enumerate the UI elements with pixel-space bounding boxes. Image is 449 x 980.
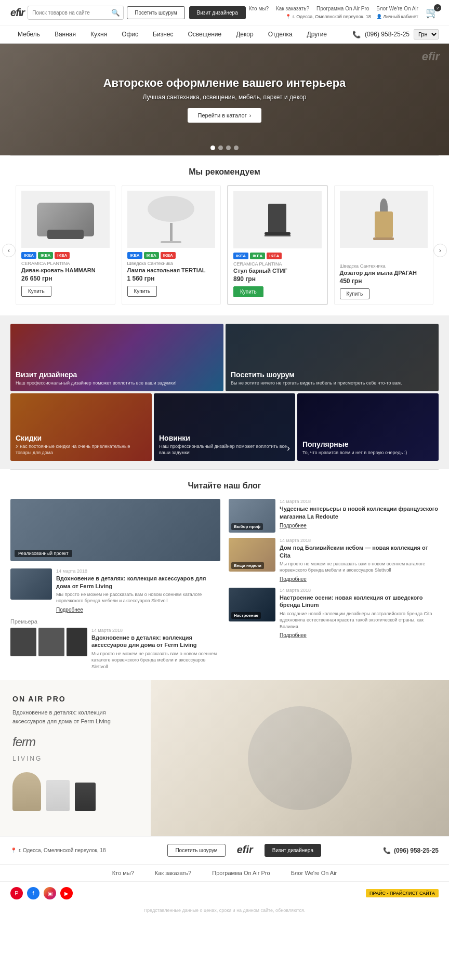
promo-content-new: Новинки Наш профессиональный дизайнер по… [154,393,295,461]
youtube-icon[interactable]: ▶ [60,887,73,899]
footer-designer-btn[interactable]: Визит дизайнера [265,844,321,857]
logo[interactable]: efir [10,7,24,19]
nav-phone-area: 📞 (096) 958-25-25 Грн [352,29,439,39]
hero-dot-2[interactable] [218,145,223,150]
blog-left-col: Реализованный проект 14 марта 2018 Вдохн… [10,499,220,670]
catalog-btn[interactable]: Перейти в каталог › [188,108,262,123]
footer-nav: Кто мы? Как заказать? Программа On Air P… [0,864,449,881]
pinterest-icon[interactable]: P [10,887,23,899]
product-card-2: IKEA IKEA IKEA Шведска Сантехника Лампа … [122,185,221,305]
blog-date-1: 14 марта 2018 [56,568,220,574]
facebook-icon[interactable]: f [27,887,39,899]
nav-item-lighting[interactable]: Освещение [180,25,229,43]
blog-link-1[interactable]: Подробнее [56,607,83,613]
buy-btn-3-green[interactable]: Купить [233,286,263,297]
nav-item-business[interactable]: Бизнес [146,25,180,43]
nav-item-decor[interactable]: Декор [229,25,261,43]
promo-card-new[interactable]: Новинки Наш профессиональный дизайнер по… [154,393,295,461]
hero-dot-3[interactable] [226,145,231,150]
onair-subtitle: Вдохновение в деталях: коллекция аксессу… [12,708,138,725]
blog-excerpt-3: Мы просто не можем не рассказать вам о н… [280,561,439,574]
logo-prefix: e [10,7,16,18]
blog-date-3: 14 марта 2018 [280,538,439,543]
instagram-icon[interactable]: ▣ [44,887,56,899]
buy-btn-2[interactable]: Купить [127,286,157,297]
footer-showroom-btn[interactable]: Посетить шоурум [167,844,225,857]
blog-date-5: 14 марта 2018 [91,628,220,633]
product-price-3: 890 грн [233,275,322,283]
visit-showroom-btn[interactable]: Посетить шоурум [127,6,184,19]
nav-phone: (096) 958-25-25 [365,31,410,38]
hero-dot-1[interactable] [210,145,215,150]
nav-item-bathroom[interactable]: Ванная [47,25,83,43]
divider-1 [10,155,439,156]
who-we-link[interactable]: Кто мы? [249,4,269,13]
blog-thumb-5 [10,628,87,656]
hero-dot-4[interactable] [234,145,239,150]
promo-card-sale[interactable]: Скидки У нас постоянные скидки на очень … [10,393,152,461]
header-action-btns: Посетить шоурум Визит дизайнера [127,6,245,19]
product-name-1: Диван-кровать HAMMARN [21,267,110,273]
blog-info-5: 14 марта 2018 Вдохновение в деталях: кол… [91,628,220,670]
footer-nav-how[interactable]: Как заказать? [155,870,191,876]
next-arrow[interactable]: › [433,244,447,257]
promo-content-designer: Визит дизайнера Наш профессиональный диз… [10,324,223,391]
hero-content: Авторское оформление вашего интерьера Лу… [103,76,346,123]
blog-right-item-3: Вещи недели 14 марта 2018 Дом под Боливи… [229,538,439,582]
cart[interactable]: 🛒 2 [426,6,439,19]
recommendations-section: ‹ IKEA IKEA IKEA CERAMICA PLANTINA Диван… [0,185,449,315]
product-price-2: 1 560 грн [127,275,216,282]
promo-card-popular[interactable]: Популярные То, что нравится всем и нет в… [297,393,439,461]
program-link[interactable]: Программа On Air Pro [316,4,369,13]
promo-card-showroom[interactable]: Посетить шоурум Вы не хотите ничего не т… [226,324,439,391]
product-image-1 [21,191,110,248]
visit-designer-btn[interactable]: Визит дизайнера [189,6,246,19]
hero-dots [210,145,239,150]
blog-date-4: 14 марта 2018 [280,588,439,593]
promo-content-sale: Скидки У нас постоянные скидки на очень … [10,393,152,461]
footer-logo[interactable]: efir [230,844,260,857]
footer-nav-blog[interactable]: Блог We're On Air [291,870,337,876]
main-nav: Мебель Ванная Кухня Офис Бизнес Освещени… [0,25,449,44]
blog-choice-label: Выбор проф [231,523,263,530]
prev-arrow[interactable]: ‹ [2,244,16,257]
price-badge[interactable]: ПРАЙС - ПРАЙСЛИСТ САЙТА [366,889,439,897]
currency-select[interactable]: Грн [414,29,439,39]
blog-excerpt-5: Мы просто не можем не рассказать вам о н… [91,651,220,670]
blog-thumb-2: Выбор проф [229,499,275,533]
product-price-4: 450 грн [340,277,428,285]
nav-item-office[interactable]: Офис [114,25,146,43]
promo-content-showroom: Посетить шоурум Вы не хотите ничего не т… [226,324,439,391]
blog-week-label: Вещи недели [231,562,264,569]
promo-desc-showroom: Вы не хотите ничего не трогать видеть ме… [231,380,433,387]
product-card-1: IKEA IKEA IKEA CERAMICA PLANTINA Диван-к… [16,185,115,305]
nav-item-other[interactable]: Другие [300,25,334,43]
buy-btn-1[interactable]: Купить [21,286,51,297]
promo-card-designer[interactable]: Визит дизайнера Наш профессиональный диз… [10,324,223,391]
header-info: Кто мы? Как заказать? Программа On Air P… [249,4,418,21]
blog-link-4[interactable]: Подробнее [280,632,307,638]
footer-nav-program[interactable]: Программа On Air Pro [212,870,270,876]
blog-list-item-1: 14 марта 2018 Вдохновение в деталях: кол… [10,568,220,613]
footer-nav-who[interactable]: Кто мы? [112,870,134,876]
personal-cabinet[interactable]: 👤 Личный кабинет [376,13,418,21]
footer-disclaimer: Представленные данные о ценах, сроки и н… [0,905,449,919]
hero-subtitle: Лучшая сантехника, освещение, мебель, па… [103,94,346,101]
search-input[interactable] [28,7,108,18]
nav-item-furniture[interactable]: Мебель [10,25,47,43]
blog-link[interactable]: Блог We're On Air [376,4,418,13]
search-button[interactable]: 🔍 [108,6,123,19]
blog-link-3[interactable]: Подробнее [280,576,307,582]
blog-featured-block: Реализованный проект [10,499,220,561]
blog-info-2: 14 марта 2018 Чудесные интерьеры в новой… [280,499,439,529]
nav-item-kitchen[interactable]: Кухня [83,25,114,43]
buy-btn-4[interactable]: Купить [340,288,370,299]
hero-logo-watermark: efir [422,50,440,63]
promo-arrow-new: › [287,443,290,454]
how-order-link[interactable]: Как заказать? [276,4,309,13]
nav-item-finish[interactable]: Отделка [261,25,300,43]
promo-title-popular: Популярные [302,440,433,448]
blog-link-2[interactable]: Подробнее [280,523,307,528]
hero-title: Авторское оформление вашего интерьера [103,76,346,90]
blog-right-col: Выбор проф 14 марта 2018 Чудесные интерь… [229,499,439,670]
